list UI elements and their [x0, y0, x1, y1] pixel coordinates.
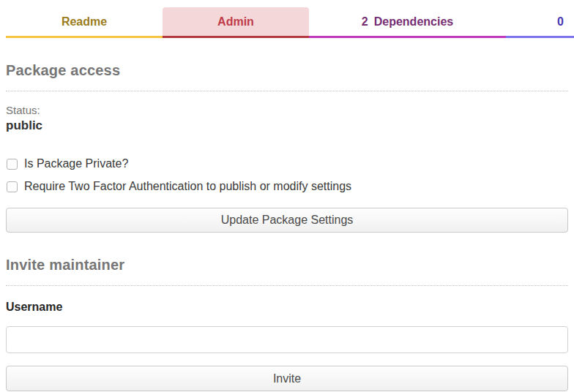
status-label: Status:	[6, 104, 568, 116]
tab-admin[interactable]: Admin	[163, 7, 309, 38]
username-input[interactable]	[6, 326, 568, 353]
tab-admin-label: Admin	[217, 15, 254, 29]
require-2fa-checkbox[interactable]	[7, 181, 18, 192]
tab-dependencies-count: 2	[362, 15, 368, 29]
username-label: Username	[6, 301, 568, 314]
require-2fa-label: Require Two Factor Authentication to pub…	[24, 180, 351, 193]
tab-dependents[interactable]: 0	[506, 7, 574, 38]
status-value: public	[6, 118, 568, 133]
tab-dependencies[interactable]: 2 Dependencies	[309, 7, 506, 38]
tab-readme[interactable]: Readme	[6, 7, 163, 38]
private-checkbox-row: Is Package Private?	[6, 157, 568, 170]
tab-dependents-count: 0	[557, 15, 564, 29]
invite-maintainer-title: Invite maintainer	[6, 257, 568, 274]
section-divider	[6, 285, 568, 286]
tab-readme-label: Readme	[61, 15, 107, 29]
package-tabbar: Readme Admin 2 Dependencies 0	[0, 7, 574, 38]
section-divider	[6, 91, 568, 91]
admin-panel: Package access Status: public Is Package…	[0, 62, 574, 391]
update-package-settings-button[interactable]: Update Package Settings	[6, 208, 568, 233]
is-package-private-checkbox[interactable]	[7, 159, 18, 170]
package-access-title: Package access	[6, 62, 568, 79]
invite-button[interactable]: Invite	[6, 366, 568, 391]
is-package-private-label: Is Package Private?	[24, 157, 128, 170]
tab-dependencies-label: Dependencies	[374, 15, 453, 29]
twofactor-checkbox-row: Require Two Factor Authentication to pub…	[6, 180, 568, 193]
